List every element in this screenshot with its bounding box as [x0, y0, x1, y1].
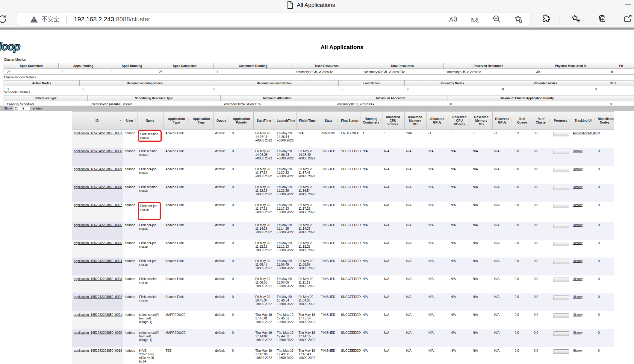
column-header-application-priority[interactable]: Application Priority: [230, 112, 254, 130]
app-id-link[interactable]: application_1652942203850_0019: [74, 349, 122, 352]
column-header-progress[interactable]: Progress: [551, 112, 571, 130]
collections-icon[interactable]: [597, 14, 607, 23]
app-id-link[interactable]: application_1652942203850_0024: [74, 259, 122, 263]
progress-bar: [553, 168, 569, 172]
window-minimize-button[interactable]: [625, 4, 631, 4]
metric-value: 30: [533, 69, 608, 75]
app-id-link[interactable]: application_1652942203850_0028: [74, 185, 122, 189]
zoom-out-icon[interactable]: [492, 14, 502, 24]
column-header-allocated-cpu-vcores[interactable]: Allocated CPU VCores: [382, 112, 405, 130]
column-header-reserved-cpu-vcores[interactable]: Reserved CPU VCores: [449, 112, 471, 130]
column-header-allocated-memory-mb[interactable]: Allocated Memory MB: [405, 112, 427, 130]
progress-bar: [553, 132, 569, 136]
cell: N/A: [449, 184, 471, 202]
browser-tab[interactable]: All Applications: [287, 1, 335, 9]
app-id-link[interactable]: application_1652942203850_0029: [74, 167, 122, 171]
tracking-link[interactable]: History: [573, 259, 583, 263]
cell: SUCCEEDED: [339, 347, 361, 364]
column-header-queue[interactable]: Queue: [214, 112, 230, 130]
read-aloud-icon[interactable]: A: [448, 14, 458, 24]
cell: Fri May 20 14:26:14 +0800 2022: [275, 130, 297, 148]
column-header-running-containers[interactable]: Running Containers: [361, 112, 382, 130]
tracking-link[interactable]: History: [573, 277, 583, 281]
column-header-tracking-ui[interactable]: Tracking UI: [571, 112, 596, 130]
cell: Apache Flink: [164, 166, 190, 184]
metric-value-link[interactable]: 0: [83, 87, 84, 91]
column-header-%-of-cluster[interactable]: % of Cluster: [532, 112, 551, 130]
column-header-id[interactable]: ID: [72, 112, 123, 130]
translate-icon[interactable]: a あ: [470, 14, 480, 24]
cell: Fri May 20 11:37:32 +0800 2022: [254, 166, 275, 184]
app-id-link[interactable]: application_1652942203850_0020: [74, 331, 122, 334]
column-header-user[interactable]: User: [123, 112, 137, 130]
show-entries-select[interactable]: 20 ∨: [13, 106, 30, 111]
metric-value-link[interactable]: 0: [595, 87, 597, 91]
favorites-icon[interactable]: [571, 14, 580, 23]
app-id-link[interactable]: application_1652942203850_0023: [74, 277, 122, 281]
app-id-link[interactable]: application_1652942203850_0026: [74, 223, 122, 227]
cell: 0: [230, 329, 254, 347]
column-header-%-of-queue[interactable]: % of Queue: [513, 112, 532, 130]
cell: hadoop: [123, 347, 137, 364]
tracking-link[interactable]: History: [573, 203, 583, 207]
cell: Fri May 20 11:22:28 +0800 2022: [254, 184, 275, 202]
tracking-ui-cell: History: [571, 258, 596, 275]
tracking-link[interactable]: History: [573, 185, 583, 189]
column-header-finishtime[interactable]: FinishTime: [297, 112, 319, 130]
app-id-link[interactable]: application_1652942203850_0030: [74, 149, 122, 153]
cell: N/A: [427, 258, 449, 275]
cell: FINISHED: [319, 329, 339, 347]
share-icon[interactable]: [623, 14, 633, 23]
url-text[interactable]: 192.168.2.243:8088/cluster: [74, 16, 150, 23]
table-row: application_1652942203850_0023hadoopFlin…: [72, 275, 614, 293]
metric-value-link[interactable]: 0: [408, 87, 409, 91]
column-header-application-tags[interactable]: Application Tags: [190, 112, 214, 130]
column-header-launchtime[interactable]: LaunchTime: [275, 112, 297, 130]
cell: Fri May 20 11:12:12 +0800 2022: [254, 240, 275, 258]
cell: MAPREDUCE: [164, 329, 190, 347]
cell: N/A: [471, 347, 493, 364]
security-label[interactable]: 不安全: [42, 15, 60, 23]
app-id-link[interactable]: application_1652942203850_0022: [74, 295, 122, 298]
app-id-cell: application_1652942203850_0029: [72, 166, 123, 184]
app-id-link[interactable]: application_1652942203850_0031: [74, 131, 122, 135]
metric-header: [607, 95, 634, 101]
tracking-link[interactable]: History: [573, 349, 583, 352]
cell: N/A: [382, 275, 405, 293]
column-header-reserved-gpus[interactable]: Reserved GPUs: [493, 112, 513, 130]
column-header-reserved-memory-mb[interactable]: Reserved Memory MB: [471, 112, 493, 130]
app-id-link[interactable]: application_1652942203850_0027: [74, 203, 122, 207]
extensions-icon[interactable]: [541, 14, 551, 23]
column-header-starttime[interactable]: StartTime: [254, 112, 275, 130]
tracking-link[interactable]: History: [573, 167, 583, 171]
tracking-link[interactable]: History: [573, 223, 583, 227]
column-header-blacklisted-nodes[interactable]: Blacklisted Nodes: [596, 112, 614, 130]
metric-value-link[interactable]: 0: [502, 87, 504, 91]
tracking-link[interactable]: History: [573, 313, 583, 316]
column-header-application-type[interactable]: Application Type: [164, 112, 190, 130]
add-favorite-icon[interactable]: [514, 14, 523, 24]
app-id-link[interactable]: application_1652942203850_0025: [74, 241, 122, 245]
tracking-link[interactable]: History: [573, 149, 583, 153]
reload-icon[interactable]: [0, 14, 8, 25]
tracking-link[interactable]: ApplicationMaster: [573, 131, 598, 135]
address-bar[interactable]: 不安全 192.168.2.243:8088/cluster A a あ: [16, 13, 530, 26]
column-header-allocated-gpus[interactable]: Allocated GPUs: [427, 112, 449, 130]
tracking-link[interactable]: History: [573, 295, 583, 298]
column-header-state[interactable]: State: [319, 112, 339, 130]
metric-value: 25: [156, 69, 214, 75]
column-header-name[interactable]: Name: [137, 112, 164, 130]
column-header-finalstatus[interactable]: FinalStatus: [339, 112, 361, 130]
cell: N/A: [471, 275, 493, 293]
tracking-link[interactable]: History: [573, 331, 583, 334]
app-id-link[interactable]: application_1652942203850_0021: [74, 313, 122, 316]
tracking-link[interactable]: History: [573, 241, 583, 245]
cell: N/A: [449, 293, 471, 311]
cell: hadoop: [123, 202, 137, 222]
metric-value-link[interactable]: 0: [213, 87, 215, 91]
progress-bar: [553, 260, 569, 264]
cell: N/A: [493, 275, 513, 293]
cell: Apache Flink: [164, 240, 190, 258]
metric-value-link[interactable]: 0: [342, 87, 344, 91]
cell: UNDEFINED: [339, 130, 361, 148]
